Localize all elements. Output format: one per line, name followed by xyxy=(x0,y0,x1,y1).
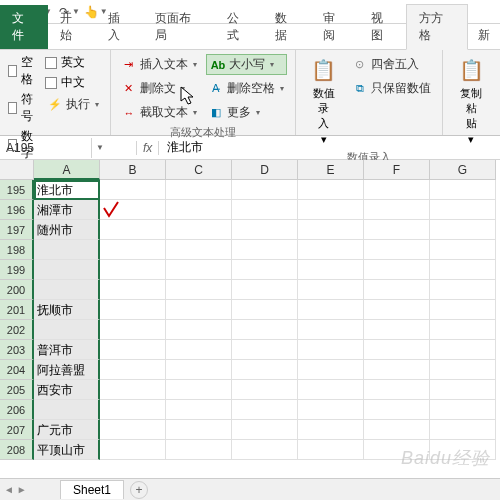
cell[interactable] xyxy=(166,240,232,260)
check-chinese[interactable]: 中文 xyxy=(45,74,102,91)
more-button[interactable]: ◧更多▾ xyxy=(206,102,287,123)
row-header[interactable]: 203 xyxy=(0,340,34,360)
cell[interactable] xyxy=(298,220,364,240)
add-sheet-button[interactable]: + xyxy=(130,481,148,499)
row-header[interactable]: 198 xyxy=(0,240,34,260)
cell[interactable] xyxy=(100,380,166,400)
cell[interactable]: 西安市 xyxy=(34,380,100,400)
cell[interactable] xyxy=(100,300,166,320)
cell[interactable] xyxy=(232,420,298,440)
cell[interactable] xyxy=(166,420,232,440)
cell[interactable] xyxy=(364,300,430,320)
cell[interactable] xyxy=(166,280,232,300)
row-header[interactable]: 201 xyxy=(0,300,34,320)
cell[interactable] xyxy=(232,220,298,240)
cell[interactable] xyxy=(100,420,166,440)
cell[interactable] xyxy=(100,340,166,360)
col-header-f[interactable]: F xyxy=(364,160,430,180)
tab-review[interactable]: 审阅 xyxy=(311,5,359,49)
row-header[interactable]: 202 xyxy=(0,320,34,340)
cut-text-button[interactable]: ↔截取文本▾ xyxy=(119,102,200,123)
cell[interactable] xyxy=(430,220,496,240)
cell[interactable] xyxy=(298,300,364,320)
tab-view[interactable]: 视图 xyxy=(359,5,407,49)
round-button[interactable]: ⊙四舍五入 xyxy=(350,54,434,75)
cell[interactable] xyxy=(166,260,232,280)
cell[interactable] xyxy=(298,320,364,340)
cell[interactable] xyxy=(364,220,430,240)
cell[interactable] xyxy=(100,200,166,220)
row-header[interactable]: 204 xyxy=(0,360,34,380)
cell[interactable] xyxy=(430,360,496,380)
cell[interactable] xyxy=(100,220,166,240)
cell[interactable] xyxy=(364,280,430,300)
cell[interactable] xyxy=(298,420,364,440)
row-header[interactable]: 197 xyxy=(0,220,34,240)
cell[interactable] xyxy=(298,340,364,360)
row-header[interactable]: 208 xyxy=(0,440,34,460)
col-header-c[interactable]: C xyxy=(166,160,232,180)
cell[interactable] xyxy=(166,440,232,460)
cell[interactable] xyxy=(100,260,166,280)
formula-input[interactable]: 淮北市 xyxy=(159,136,500,159)
cell[interactable] xyxy=(166,400,232,420)
tab-insert[interactable]: 插入 xyxy=(96,5,144,49)
row-header[interactable]: 205 xyxy=(0,380,34,400)
cell[interactable] xyxy=(100,320,166,340)
fx-icon[interactable]: fx xyxy=(136,141,159,155)
cell[interactable] xyxy=(166,220,232,240)
cell[interactable] xyxy=(34,320,100,340)
cell[interactable] xyxy=(364,180,430,200)
cell[interactable] xyxy=(298,280,364,300)
cell[interactable]: 平顶山市 xyxy=(34,440,100,460)
insert-text-button[interactable]: ⇥插入文本▾ xyxy=(119,54,200,75)
tab-file[interactable]: 文件 xyxy=(0,5,48,49)
select-all-corner[interactable] xyxy=(0,160,34,180)
cell[interactable] xyxy=(100,180,166,200)
cell[interactable] xyxy=(430,320,496,340)
col-header-b[interactable]: B xyxy=(100,160,166,180)
cell[interactable] xyxy=(166,360,232,380)
cell[interactable] xyxy=(364,320,430,340)
cell[interactable] xyxy=(430,180,496,200)
cell[interactable] xyxy=(430,240,496,260)
check-english[interactable]: 英文 xyxy=(45,54,102,71)
cell[interactable] xyxy=(100,240,166,260)
cell[interactable]: 抚顺市 xyxy=(34,300,100,320)
cell[interactable] xyxy=(100,400,166,420)
tab-ffg[interactable]: 方方格 xyxy=(406,4,468,50)
cell[interactable] xyxy=(364,340,430,360)
col-header-g[interactable]: G xyxy=(430,160,496,180)
cell[interactable] xyxy=(232,300,298,320)
delete-text-button[interactable]: ✕删除文▾ xyxy=(119,78,200,99)
cell[interactable] xyxy=(430,200,496,220)
cell[interactable] xyxy=(166,380,232,400)
cell[interactable] xyxy=(298,440,364,460)
cell[interactable] xyxy=(298,260,364,280)
cell[interactable] xyxy=(298,400,364,420)
cell[interactable] xyxy=(298,240,364,260)
cell[interactable] xyxy=(166,340,232,360)
chevron-down-icon[interactable]: ▼ xyxy=(92,143,108,152)
cell[interactable] xyxy=(34,240,100,260)
row-header[interactable]: 206 xyxy=(0,400,34,420)
cell[interactable] xyxy=(364,260,430,280)
cell[interactable] xyxy=(298,360,364,380)
cell[interactable] xyxy=(298,200,364,220)
cell[interactable] xyxy=(364,400,430,420)
row-header[interactable]: 196 xyxy=(0,200,34,220)
cell[interactable] xyxy=(430,400,496,420)
cell[interactable] xyxy=(298,180,364,200)
tab-data[interactable]: 数据 xyxy=(263,5,311,49)
row-header[interactable]: 199 xyxy=(0,260,34,280)
row-header[interactable]: 200 xyxy=(0,280,34,300)
cell[interactable]: 阿拉善盟 xyxy=(34,360,100,380)
keep-number-button[interactable]: ⧉只保留数值 xyxy=(350,78,434,99)
cell[interactable]: 普洱市 xyxy=(34,340,100,360)
cell[interactable] xyxy=(364,200,430,220)
cell[interactable] xyxy=(430,260,496,280)
cell[interactable] xyxy=(34,260,100,280)
cell[interactable] xyxy=(430,420,496,440)
cell[interactable] xyxy=(364,240,430,260)
cell[interactable] xyxy=(232,180,298,200)
